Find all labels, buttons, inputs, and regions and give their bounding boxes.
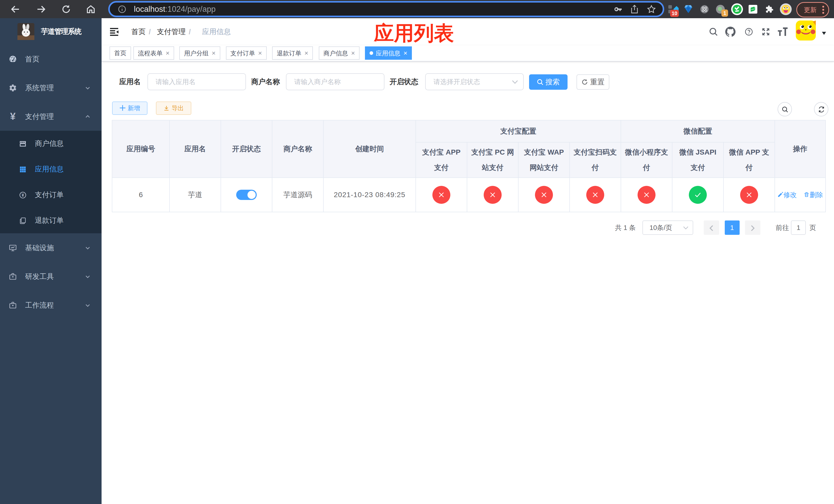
svg-text:¥: ¥ bbox=[22, 193, 24, 198]
